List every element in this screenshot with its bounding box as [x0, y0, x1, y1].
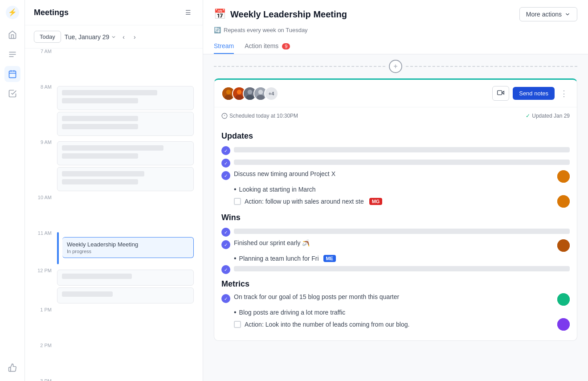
- left-header: Meetings ☰: [25, 0, 203, 25]
- svg-rect-5: [9, 71, 16, 78]
- card-header: +4 Send notes ⋮: [214, 80, 577, 107]
- svg-point-10: [226, 90, 231, 94]
- prev-date-button[interactable]: ‹: [120, 32, 127, 42]
- check-circle-icon: ✓: [221, 171, 230, 180]
- svg-text:⚡: ⚡: [8, 8, 17, 16]
- next-date-button[interactable]: ›: [131, 32, 139, 42]
- item-text: Discuss new timing around Project X: [234, 170, 554, 177]
- action-text: Action: Look into the number of leads co…: [245, 321, 409, 328]
- participant-avatars: +4: [221, 86, 278, 101]
- time-slot-3pm: 3 PM: [34, 378, 194, 381]
- time-label: 9 AM: [34, 139, 52, 195]
- svg-point-26: [557, 170, 570, 183]
- svg-point-27: [557, 195, 570, 208]
- item-avatar: [557, 170, 570, 183]
- svg-point-17: [246, 94, 254, 100]
- action-item: Action: follow up with sales around next…: [221, 195, 570, 208]
- update-item: ✓: [221, 227, 570, 237]
- bullet-item: • Blog posts are driving a lot more traf…: [221, 308, 570, 316]
- avatar-overflow: +4: [264, 86, 278, 101]
- action-items-badge: 9: [282, 43, 290, 49]
- event-block[interactable]: [57, 287, 194, 303]
- time-label: 3 PM: [34, 378, 52, 381]
- calendar-body: 7 AM 8 AM 9 AM: [25, 49, 203, 381]
- video-button[interactable]: [492, 86, 509, 101]
- dashed-line-right: [406, 66, 577, 67]
- add-button[interactable]: +: [389, 60, 402, 73]
- date-navigation: Today Tue, January 29 ‹ ›: [25, 25, 203, 49]
- event-title: Weekly Leadership Meeting: [67, 241, 189, 248]
- sidebar-item-calendar[interactable]: [4, 66, 20, 82]
- dashed-line-left: [214, 66, 385, 67]
- tab-action-items[interactable]: Action items 9: [245, 39, 290, 54]
- action-item: Action: Look into the number of leads co…: [221, 318, 570, 331]
- event-block[interactable]: [57, 86, 194, 110]
- svg-point-19: [258, 90, 263, 94]
- more-actions-button[interactable]: More actions: [519, 7, 577, 21]
- action-checkbox[interactable]: [234, 321, 241, 328]
- item-bar: [234, 160, 570, 165]
- stream-content: + +4: [203, 54, 588, 381]
- send-notes-button[interactable]: Send notes: [513, 87, 555, 100]
- time-content: [57, 139, 194, 195]
- item-text: Finished our sprint early 🪃: [234, 239, 554, 246]
- time-label: 1 PM: [34, 307, 52, 343]
- update-item: ✓: [221, 145, 570, 155]
- current-date: Tue, January 29: [65, 33, 117, 41]
- scheduled-text: Scheduled today at 10:30PM: [221, 113, 298, 119]
- check-circle-icon: ✓: [221, 228, 230, 237]
- time-slot-10am: 10 AM: [34, 195, 194, 230]
- tab-stream[interactable]: Stream: [214, 39, 234, 54]
- event-block[interactable]: [57, 270, 194, 286]
- svg-point-29: [557, 293, 570, 306]
- update-item: ✓ Discuss new timing around Project X: [221, 170, 570, 183]
- time-content: [57, 378, 194, 381]
- time-content: [57, 268, 194, 307]
- time-slot-12pm: 12 PM: [34, 268, 194, 307]
- time-slot-9am: 9 AM: [34, 139, 194, 195]
- sidebar-item-tasks[interactable]: [4, 86, 20, 102]
- meeting-title-row: 📅 Weekly Leadership Meeting: [214, 8, 347, 20]
- event-block[interactable]: [57, 112, 194, 136]
- weekly-leadership-meeting-event[interactable]: Weekly Leadership Meeting In progress: [62, 237, 194, 258]
- time-slot-8am: 8 AM: [34, 84, 194, 139]
- recurrence-icon: 🔄: [214, 27, 221, 33]
- assignee-tag-me: ME: [323, 255, 336, 262]
- left-panel: Meetings ☰ Today Tue, January 29 ‹ › 7 A…: [25, 0, 203, 381]
- meeting-calendar-icon: 📅: [214, 8, 226, 20]
- bullet-icon: •: [234, 254, 237, 262]
- sidebar-item-thumbsup[interactable]: [4, 360, 20, 376]
- time-label: 11 AM: [34, 230, 52, 268]
- time-label: 2 PM: [34, 343, 52, 378]
- time-content: [57, 343, 194, 378]
- update-item: ✓ On track for our goal of 15 blog posts…: [221, 293, 570, 306]
- time-label: 10 AM: [34, 195, 52, 230]
- svg-rect-22: [498, 90, 502, 94]
- right-header: 📅 Weekly Leadership Meeting More actions…: [203, 0, 588, 54]
- event-block[interactable]: [57, 141, 194, 165]
- bullet-icon: •: [234, 185, 237, 193]
- bullet-icon: •: [234, 308, 237, 316]
- bullet-item: • Looking at starting in March: [221, 185, 570, 193]
- sidebar: ⚡: [0, 0, 25, 381]
- check-icon: ✓: [526, 113, 530, 119]
- meeting-card: +4 Send notes ⋮: [214, 78, 577, 341]
- today-button[interactable]: Today: [34, 31, 61, 43]
- action-checkbox[interactable]: [234, 198, 241, 205]
- sidebar-item-home[interactable]: [4, 27, 20, 43]
- right-panel: 📅 Weekly Leadership Meeting More actions…: [203, 0, 588, 381]
- event-block[interactable]: [57, 167, 194, 191]
- svg-point-30: [557, 318, 570, 331]
- more-options-button[interactable]: ⋮: [558, 87, 570, 100]
- sidebar-item-messages[interactable]: [4, 46, 20, 62]
- svg-point-28: [557, 239, 570, 252]
- check-circle-icon: ✓: [221, 240, 230, 249]
- card-meta: Scheduled today at 10:30PM ✓ Updated Jan…: [214, 107, 577, 123]
- item-text: On track for our goal of 15 blog posts p…: [234, 293, 554, 300]
- check-circle-icon: ✓: [221, 146, 230, 155]
- bullet-item: • Planning a team lunch for Fri ME: [221, 254, 570, 262]
- updated-text: ✓ Updated Jan 29: [526, 113, 570, 119]
- time-content: [57, 84, 194, 139]
- check-circle-icon: ✓: [221, 159, 230, 168]
- menu-toggle[interactable]: ☰: [183, 7, 194, 18]
